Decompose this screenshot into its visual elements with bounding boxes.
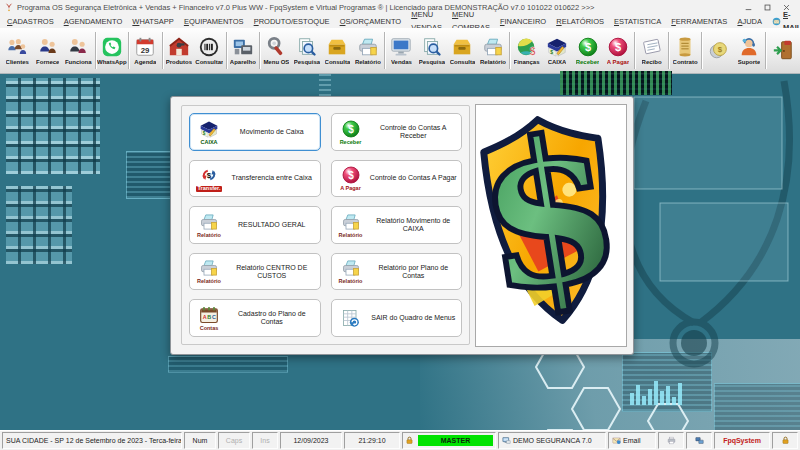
computer-icon [502, 436, 511, 445]
menu-item-financeiro[interactable]: FINANCEIRO [495, 14, 551, 28]
menu-item-whatsapp[interactable]: WHATSAPP [127, 14, 179, 28]
exitsheet-icon [335, 308, 367, 328]
people3-icon [6, 36, 28, 58]
menu-item-relatorios[interactable]: RELATÓRIOS [551, 14, 609, 28]
svg-text:$: $ [615, 41, 621, 53]
menu-item-label: CADASTROS [7, 15, 54, 28]
menu-item-estatistica[interactable]: ESTATISTICA [609, 14, 666, 28]
dialog-button-relatorio-centro-de-custos[interactable]: RelatórioRelatório CENTRO DE CUSTOS [189, 253, 321, 291]
toolbar-button-recibo[interactable]: Recibo [636, 29, 667, 72]
menu-item-agendamento[interactable]: AGENDAMENTO [59, 14, 128, 28]
toolbar-button-label: Pesquisa [419, 59, 445, 65]
dialog-button-movimento-de-caixa[interactable]: $CAIXAMovimento de Caixa [189, 113, 321, 151]
scroll-icon [674, 36, 696, 58]
toolbar-button-aparelho[interactable]: Aparelho [228, 29, 259, 72]
toolbar-button-coin[interactable]: $ [703, 29, 734, 72]
svg-text:$: $ [348, 123, 354, 134]
toolbar-button-consultar[interactable]: Consultar [194, 29, 225, 72]
toolbar-button-financas[interactable]: $Finanças [511, 29, 542, 72]
status-time: 21:29:10 [344, 432, 400, 449]
menu-item-ferramentas[interactable]: FERRAMENTAS [666, 14, 732, 28]
toolbar-button-relatorio[interactable]: Relatório [353, 29, 384, 72]
sphere-red-icon: $ [607, 36, 629, 58]
toolbar-button-consulta[interactable]: Consulta [447, 29, 478, 72]
menu-item-label: OS/ORÇAMENTO [340, 15, 402, 28]
toolbar-separator [259, 32, 260, 69]
status-email-button[interactable]: Email [608, 432, 656, 449]
toolbar-button-pesquisa[interactable]: Pesquisa [292, 29, 323, 72]
toolbar-button-label: Contrato [673, 59, 698, 65]
toolbar-button-a-pagar[interactable]: $A Pagar [603, 29, 634, 72]
logo-panel: $ [475, 104, 627, 347]
toolbar-button-label: A Pagar [607, 59, 629, 65]
dialog-button-label: Controle do Contas A Receber [369, 124, 459, 140]
status-lock [772, 432, 798, 449]
menu-item-menu-vendas[interactable]: MENU VENDAS [406, 14, 447, 28]
minimize-button[interactable] [739, 0, 758, 14]
svg-text:$: $ [348, 170, 354, 181]
dialog-button-resultado-geral[interactable]: RelatórioRESULTADO GERAL [189, 206, 321, 244]
menu-item-label: WHATSAPP [132, 15, 174, 28]
toolbar-button-label: Relatório [355, 59, 381, 65]
status-num-lock: Num [184, 432, 216, 449]
dialog-button-relatorio-movimento-de-caixa[interactable]: RelatórioRelatório Movimento de CAIXA [331, 206, 463, 244]
menu-item-produto-estoque[interactable]: PRODUTO/ESTOQUE [249, 14, 335, 28]
menu-item-e-mail[interactable]: E-MAIL [767, 14, 800, 28]
report-icon: Relatório [335, 212, 367, 239]
dialog-button-controle-do-contas-a-receber[interactable]: $ReceberControle do Contas A Receber [331, 113, 463, 151]
report-icon [357, 36, 379, 58]
menubar: CADASTROSAGENDAMENTOWHATSAPPEQUIPAMENTOS… [0, 14, 800, 29]
email-icon [612, 436, 621, 445]
app-window: Programa OS Segurança Eletrônica + Venda… [0, 0, 800, 450]
dialog-button-label: Relatório CENTRO DE CUSTOS [227, 264, 317, 280]
menu-item-os-orcamento[interactable]: OS/ORÇAMENTO [335, 14, 407, 28]
transfer-icon: $Transfer. [193, 165, 225, 192]
toolbar-button-consulta[interactable]: Consulta [322, 29, 353, 72]
sphere-green-icon: $ [577, 36, 599, 58]
dialog-button-cadastro-do-plano-de-contas[interactable]: ABCContasCadastro do Plano de Contas [189, 299, 321, 337]
titlebar: Programa OS Segurança Eletrônica + Venda… [0, 0, 800, 14]
toolbar-separator [95, 32, 96, 69]
window-title: Programa OS Segurança Eletrônica + Venda… [17, 3, 739, 12]
status-date: 12/09/2023 [280, 432, 342, 449]
dialog-button-sair-do-quadro-de-menus[interactable]: SAIR do Quadro de Menus [331, 299, 463, 337]
maximize-button[interactable] [758, 0, 777, 14]
menu-item-cadastros[interactable]: CADASTROS [2, 14, 59, 28]
toolbar-button-label: Menu OS [263, 59, 289, 65]
toolbar-button-pesquisa[interactable]: Pesquisa [417, 29, 448, 72]
toolbar-button-produtos[interactable]: Produtos [164, 29, 195, 72]
dialog-button-label: Controle do Contas A Pagar [369, 174, 459, 182]
dialog-button-transferencia-entre-caixa[interactable]: $Transfer.Transferencia entre Caixa [189, 160, 321, 198]
svg-text:$: $ [207, 171, 212, 180]
toolbar-button-label: Produtos [166, 59, 192, 65]
menu-item-equipamentos[interactable]: EQUIPAMENTOS [179, 14, 249, 28]
dialog-button-relatorio-por-plano-de-contas[interactable]: RelatórioRelatório por Plano de Contas [331, 253, 463, 291]
toolbar-button-menu-os[interactable]: Menu OS [261, 29, 292, 72]
toolbar-button-contrato[interactable]: Contrato [670, 29, 701, 72]
toolbar-button-fornece[interactable]: Fornece [33, 29, 64, 72]
report-icon: Relatório [335, 258, 367, 285]
toolbar-button-exitdoor[interactable] [767, 29, 798, 72]
toolbar-button-agenda[interactable]: 29Agenda [130, 29, 161, 72]
toolbar-button-caixa[interactable]: $CAIXA [542, 29, 573, 72]
toolbar-button-funciona[interactable]: Funciona [63, 29, 94, 72]
toolbar-button-relatorio[interactable]: Relatório [478, 29, 509, 72]
toolbar-button-clientes[interactable]: Clientes [2, 29, 33, 72]
toolbar-button-vendas[interactable]: Vendas [386, 29, 417, 72]
toolbar-button-whatsapp[interactable]: WhatsApp [97, 29, 128, 72]
svg-text:29: 29 [141, 46, 150, 55]
menu-item-ajuda[interactable]: AJUDA [732, 14, 767, 28]
menu-item-menu-compras[interactable]: MENU COMPRAS [447, 14, 495, 28]
support-icon [738, 36, 760, 58]
toolbar-button-label: Aparelho [230, 59, 256, 65]
toolbar-button-suporte[interactable]: Suporte [734, 29, 765, 72]
status-user-panel: MASTER [402, 432, 496, 449]
network-icon [695, 436, 704, 445]
menu-item-label: AJUDA [737, 15, 762, 28]
toolbar-button-label: CAIXA [548, 59, 567, 65]
dialog-button-label: Cadastro do Plano de Contas [227, 310, 317, 326]
dialog-button-controle-do-contas-a-pagar[interactable]: $A PagarControle do Contas A Pagar [331, 160, 463, 198]
toolbar-button-label: Funciona [65, 59, 92, 65]
toolbar-button-receber[interactable]: $Receber [572, 29, 603, 72]
dialog-button-icon-caption: Contas [200, 326, 219, 332]
